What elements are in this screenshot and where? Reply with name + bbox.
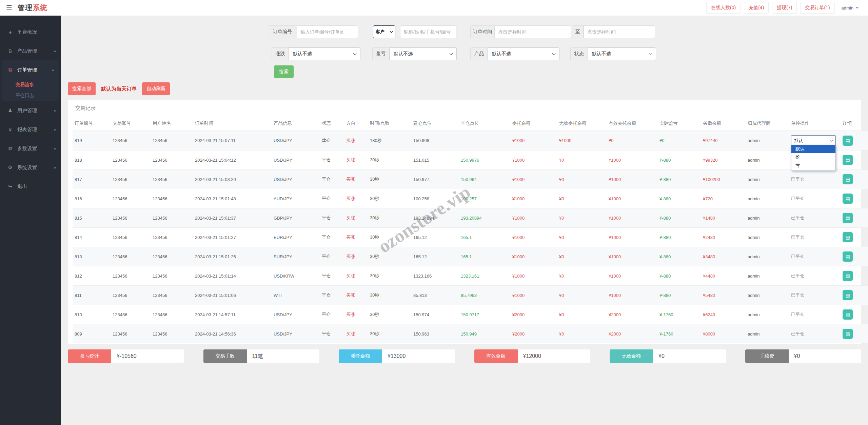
cell-control: 默认默认盈亏 — [789, 131, 841, 150]
cell-agent: admin — [746, 208, 789, 228]
col-id: 订单编号 — [73, 116, 111, 131]
cell-close: 150.949 — [459, 324, 510, 344]
detail-list-icon: ▤ — [845, 177, 850, 182]
summary-label: 有效金额 — [474, 349, 518, 363]
sidebar-item-overview[interactable]: ◕平台概况 — [0, 22, 61, 41]
detail-button[interactable]: ▤ — [843, 136, 853, 146]
sidebar-item-trade-flow[interactable]: 交易流水 — [2, 79, 59, 90]
control-status: 已平仓 — [791, 273, 804, 278]
cell-agent: admin — [746, 324, 789, 344]
pie-chart-icon: ◕ — [7, 29, 14, 35]
cell-time: 2024-03-21 15:01:27 — [193, 228, 272, 247]
summary-item: 委托金额¥13000 — [339, 349, 455, 363]
detail-button[interactable]: ▤ — [843, 329, 853, 339]
table-row: 8111234561234562024-03-21 15:01:06WTI平仓买… — [73, 286, 868, 305]
sidebar-item-users[interactable]: ♟用户管理▸ — [0, 101, 61, 120]
cell-after: ¥5480 — [701, 286, 746, 305]
sidebar-item-label: 退出 — [17, 183, 27, 190]
summary-label: 委托金额 — [339, 349, 382, 363]
detail-button[interactable]: ▤ — [843, 213, 853, 223]
dropdown-option[interactable]: 盈 — [791, 153, 835, 161]
sidebar-item-label: 产品管理 — [17, 48, 37, 54]
dropdown-option[interactable]: 亏 — [791, 161, 835, 169]
sidebar-item-products[interactable]: Ƀ产品管理▸ — [0, 41, 61, 60]
control-select[interactable]: 默认 — [791, 135, 836, 146]
detail-button[interactable]: ▤ — [843, 194, 853, 204]
auto-refresh-button[interactable]: 自动刷新 — [142, 82, 170, 95]
cell-after: ¥720 — [701, 189, 746, 208]
cell-status: 建仓 — [320, 131, 344, 150]
cell-control: 已平仓 — [789, 189, 841, 208]
order-no-input[interactable] — [297, 25, 358, 38]
sidebar-item-logout[interactable]: ↪退出 — [0, 177, 61, 196]
detail-button[interactable]: ▤ — [843, 290, 853, 300]
detail-button[interactable]: ▤ — [843, 251, 853, 262]
table-row: 8091234561234562024-03-21 14:56:36USD/JP… — [73, 324, 868, 344]
status-select[interactable]: 默认不选 — [588, 47, 656, 60]
profit-loss-select[interactable]: 默认不选 — [389, 47, 457, 60]
col-product: 产品信息 — [272, 116, 320, 131]
summary-label: 无效金额 — [610, 349, 653, 363]
cell-id: 819 — [73, 131, 111, 150]
customer-type-select[interactable]: 客户 — [373, 25, 395, 38]
control-dropdown: 默认盈亏 — [791, 145, 836, 171]
cell-entrust: ¥2000 — [510, 324, 557, 344]
summary-label: 交易手数 — [203, 349, 247, 363]
summary-label: 盈亏统计 — [68, 349, 111, 363]
chevron-right-icon: ▸ — [54, 165, 56, 170]
end-time-input[interactable] — [584, 25, 655, 38]
user-menu[interactable]: admin — [838, 3, 862, 13]
header-link[interactable]: 在线人数(0) — [706, 2, 741, 14]
control-status: 已平仓 — [791, 177, 804, 182]
customer-input[interactable] — [400, 25, 456, 38]
table-row: 8121234561234562024-03-21 15:01:14USD/KR… — [73, 266, 868, 286]
detail-button[interactable]: ▤ — [843, 174, 853, 184]
cell-name: 123456 — [151, 228, 193, 247]
header-link[interactable]: 提现(7) — [772, 2, 797, 14]
dropdown-option[interactable]: 默认 — [791, 145, 835, 153]
rise-fall-select[interactable]: 默认不选 — [289, 47, 360, 60]
cell-detail: ▤ — [841, 247, 868, 266]
search-all-button[interactable]: 搜索全部 — [68, 82, 96, 95]
detail-button[interactable]: ▤ — [843, 232, 853, 242]
order-no-label: 订单编号 — [268, 25, 297, 38]
header-link[interactable]: 充值(4) — [744, 2, 769, 14]
profit-loss-label: 盈亏 — [372, 47, 389, 60]
sidebar-item-close-log[interactable]: 平仓日志 — [2, 90, 59, 101]
cell-id: 811 — [73, 286, 111, 305]
start-time-input[interactable] — [494, 25, 571, 38]
cell-account: 123456 — [111, 170, 151, 189]
sidebar-item-params[interactable]: ⧉参数设置▸ — [0, 139, 61, 158]
today-note: 默认为当天订单 — [101, 86, 137, 92]
sidebar-item-system[interactable]: ⚙系统设置▸ — [0, 158, 61, 177]
menu-toggle-icon[interactable]: ☰ — [6, 4, 12, 12]
detail-button[interactable]: ▤ — [843, 271, 853, 281]
col-direction: 方向 — [344, 116, 368, 131]
sidebar-item-reports[interactable]: ¥报表管理▸ — [0, 120, 61, 139]
cell-agent: admin — [746, 228, 789, 247]
main-content: 订单编号 客户 订单时间 至 涨跌 默认不选 — [61, 16, 868, 425]
sidebar-item-orders[interactable]: ⧉订单管理▸ — [2, 60, 59, 79]
detail-list-icon: ▤ — [845, 312, 850, 317]
detail-button[interactable]: ▤ — [843, 309, 853, 320]
search-button[interactable]: 搜索 — [274, 65, 294, 78]
cell-time: 2024-03-21 15:01:06 — [193, 286, 272, 305]
sidebar-item-label: 订单管理 — [17, 67, 37, 73]
app-title: 管理系统 — [18, 3, 47, 13]
detail-button[interactable]: ▤ — [843, 155, 853, 165]
cell-status: 平仓 — [320, 324, 344, 344]
product-select[interactable]: 默认不选 — [488, 47, 559, 60]
cell-agent: admin — [746, 189, 789, 208]
cell-after: ¥6240 — [701, 305, 746, 324]
cell-account: 123456 — [111, 266, 151, 286]
cell-profit: ¥-880 — [657, 170, 701, 189]
actions-bar: 搜索全部 默认为当天订单 自动刷新 — [68, 82, 868, 95]
cell-time: 2024-03-21 14:57:11 — [193, 305, 272, 324]
cell-close: 165.1 — [459, 228, 510, 247]
cell-id: 817 — [73, 170, 111, 189]
header-link[interactable]: 交易订单(1) — [800, 2, 834, 14]
cell-duration: 30秒 — [368, 324, 411, 344]
cell-id: 809 — [73, 324, 111, 344]
cell-name: 123456 — [151, 247, 193, 266]
logout-icon: ↪ — [7, 183, 14, 189]
